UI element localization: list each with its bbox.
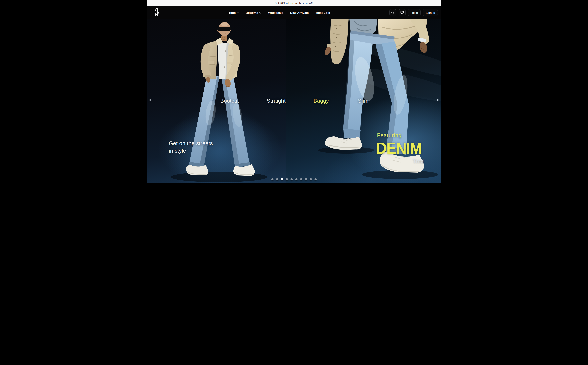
carousel-dot[interactable] [315, 178, 317, 180]
style-label-straight: Straight [267, 98, 286, 104]
page: Get 20% off on purchase now!!! Tops Bott… [147, 0, 441, 182]
hero-carousel: Bootcut Straight Baggy Slim Get on the s… [147, 19, 441, 182]
carousel-dot[interactable] [286, 178, 288, 180]
nav-item-label: Bottoms [246, 11, 258, 14]
login-button[interactable]: Login [408, 9, 421, 16]
carousel-dot[interactable] [276, 178, 278, 180]
style-label-bootcut: Bootcut [220, 98, 239, 104]
brand-logo[interactable] [154, 8, 160, 17]
nav-item-label: Wholesale [268, 11, 283, 14]
hero-tagline-line1: Get on the streets [169, 140, 213, 147]
carousel-dot[interactable] [290, 178, 293, 180]
style-label-slim: Slim [358, 98, 368, 104]
promo-banner: Get 20% off on purchase now!!! [147, 0, 441, 6]
feature-eyebrow: Featuring [377, 132, 402, 139]
nav-item-label: Most Sold [316, 11, 330, 14]
chevron-down-icon [259, 12, 261, 14]
feature-title: DENIM [376, 139, 422, 157]
carousel-dot[interactable] [295, 178, 298, 180]
hero-image-left [147, 19, 286, 182]
nav-item-label: New Arrivals [290, 11, 309, 14]
feature-suffix: Trnd [413, 158, 424, 164]
carousel-dot[interactable] [305, 178, 307, 180]
hero-tagline-line2: in style [169, 147, 213, 154]
carousel-dot[interactable] [271, 178, 274, 180]
nav-actions: Login Signup [390, 9, 438, 16]
brand-monogram-icon [154, 8, 160, 17]
wishlist-button[interactable] [399, 9, 406, 16]
model-illustration-full-body [147, 19, 286, 182]
carousel-dots [271, 178, 317, 180]
carousel-prev-arrow-icon[interactable] [149, 98, 151, 102]
signup-button[interactable]: Signup [423, 9, 438, 16]
chevron-down-icon [237, 12, 239, 14]
theme-toggle-button[interactable] [390, 9, 397, 16]
carousel-dot[interactable] [281, 178, 283, 180]
nav-item-label: Tops [229, 11, 236, 14]
heart-icon [400, 11, 404, 14]
style-label-baggy: Baggy [314, 98, 329, 104]
nav-item-wholesale[interactable]: Wholesale [268, 11, 283, 14]
nav-item-bottoms[interactable]: Bottoms [246, 11, 261, 14]
navbar: Tops Bottoms Wholesale New Arrivals Most… [147, 6, 441, 19]
carousel-next-arrow-icon[interactable] [437, 98, 439, 102]
carousel-dot[interactable] [300, 178, 302, 180]
nav-item-most-sold[interactable]: Most Sold [316, 11, 330, 14]
promo-banner-text: Get 20% off on purchase now!!! [275, 2, 314, 5]
nav-item-tops[interactable]: Tops [229, 11, 239, 14]
sun-icon [391, 11, 395, 14]
nav-menu: Tops Bottoms Wholesale New Arrivals Most… [229, 6, 330, 19]
hero-tagline: Get on the streets in style [169, 140, 213, 154]
carousel-dot[interactable] [310, 178, 312, 180]
nav-item-new-arrivals[interactable]: New Arrivals [290, 11, 309, 14]
